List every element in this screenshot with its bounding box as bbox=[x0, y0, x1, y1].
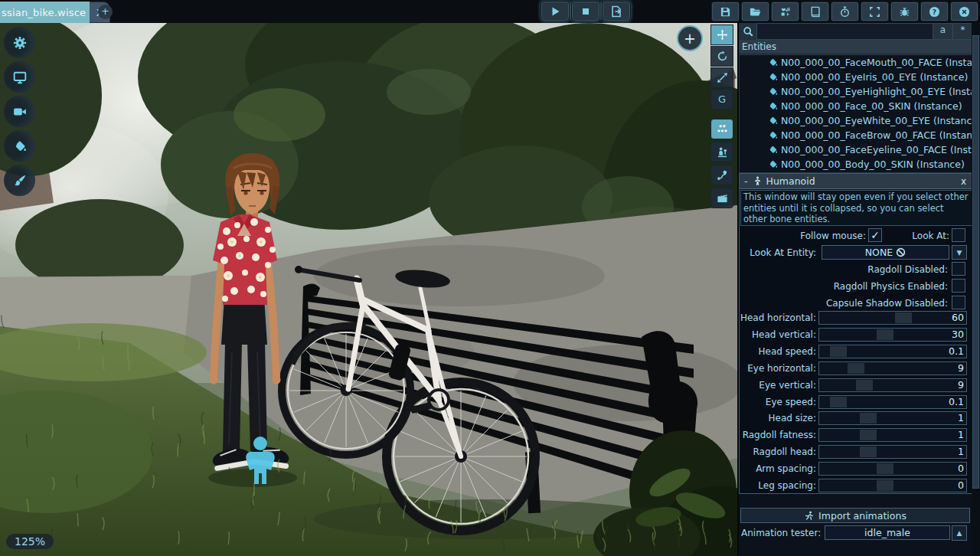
new-tab-button[interactable]: + bbox=[98, 5, 113, 19]
toggle-checkbox[interactable] bbox=[952, 262, 965, 276]
entity-list-item[interactable]: N00_000_00_FaceEyeline_00_FACE (Instance… bbox=[740, 142, 972, 157]
main-toolbar: ? bbox=[711, 2, 978, 21]
slider-thumb[interactable] bbox=[830, 397, 847, 407]
local-global-toggle-button[interactable]: G bbox=[710, 89, 733, 110]
play-button[interactable] bbox=[541, 1, 570, 22]
slider-track[interactable]: 0.1 bbox=[818, 345, 967, 358]
look-at-entity-dropdown-arrow[interactable]: ▼ bbox=[952, 245, 967, 260]
slider-label: Arm spacing: bbox=[740, 461, 816, 476]
display-button[interactable] bbox=[4, 61, 35, 93]
humanoid-close-button[interactable]: x bbox=[961, 176, 966, 187]
video-camera-icon bbox=[13, 105, 27, 119]
slider-thumb[interactable] bbox=[860, 446, 877, 457]
entity-search-input[interactable] bbox=[756, 23, 933, 40]
humanoid-window-header[interactable]: - Humanoid x bbox=[740, 174, 972, 189]
slider-track[interactable]: 1 bbox=[818, 445, 967, 459]
follow-mouse-checkbox[interactable]: ✓ bbox=[868, 228, 882, 242]
panel-scrollbar-thumb[interactable] bbox=[972, 35, 979, 489]
match-case-button[interactable]: a bbox=[933, 23, 953, 40]
waypoint-route-button[interactable] bbox=[710, 165, 733, 185]
slider-track[interactable]: 1 bbox=[818, 411, 967, 425]
entities-section-header[interactable]: Entities bbox=[739, 40, 973, 54]
slider-label: Ragdoll fatness: bbox=[740, 427, 816, 443]
slider-track[interactable]: 1 bbox=[818, 428, 967, 442]
gizmo-toolbar: G bbox=[710, 25, 733, 211]
viewport-3d[interactable]: + G 125% bbox=[0, 23, 737, 556]
viewport-add-button[interactable]: + bbox=[677, 25, 703, 51]
paint-bucket-icon bbox=[768, 57, 778, 67]
slider-value: 9 bbox=[958, 379, 964, 391]
paint-bucket-button[interactable] bbox=[4, 130, 35, 162]
toggle-checkbox[interactable] bbox=[952, 279, 965, 293]
slider-thumb[interactable] bbox=[860, 430, 877, 440]
animation-tester-dropdown-arrow[interactable]: ▲ bbox=[952, 525, 967, 541]
wildcard-button[interactable]: * bbox=[953, 23, 973, 40]
toggle-checkbox[interactable] bbox=[952, 296, 965, 309]
display-icon bbox=[13, 70, 27, 84]
settings-gear-button[interactable] bbox=[4, 27, 35, 58]
slider-thumb[interactable] bbox=[877, 480, 893, 491]
animation-tester-dropdown[interactable]: idle_male bbox=[825, 525, 950, 540]
debug-icon bbox=[899, 6, 910, 18]
look-at-checkbox[interactable] bbox=[952, 228, 965, 242]
export-scene-button[interactable] bbox=[602, 1, 631, 22]
debug-button[interactable] bbox=[890, 2, 919, 21]
import-animations-button[interactable]: Import animations bbox=[740, 508, 970, 523]
close-app-button[interactable] bbox=[950, 2, 978, 21]
slider-track[interactable]: 9 bbox=[818, 378, 967, 392]
timer-button[interactable] bbox=[831, 2, 859, 21]
slider-thumb[interactable] bbox=[860, 413, 877, 424]
slider-track[interactable]: 0.1 bbox=[818, 395, 967, 409]
cinematic-clapper-button[interactable] bbox=[710, 188, 733, 208]
slider-thumb[interactable] bbox=[830, 346, 847, 357]
slider-track[interactable]: 30 bbox=[818, 328, 967, 342]
collapse-button[interactable]: - bbox=[744, 175, 748, 187]
move-tool-button[interactable] bbox=[710, 25, 733, 45]
slider-thumb[interactable] bbox=[895, 312, 912, 323]
scene-tab-title[interactable]: ssian_bike.wisce bbox=[0, 2, 90, 23]
entity-list-item[interactable]: N00_000_00_EyeWhite_00_EYE (Instance) bbox=[740, 113, 972, 128]
stop-button[interactable] bbox=[571, 1, 600, 22]
entity-label: N00_000_00_EyeWhite_00_EYE (Instance) bbox=[781, 115, 972, 126]
slider-thumb[interactable] bbox=[877, 329, 893, 340]
bones-mode-button[interactable] bbox=[710, 119, 733, 139]
slider-track[interactable]: 9 bbox=[818, 361, 967, 375]
rotate-tool-button[interactable] bbox=[710, 46, 733, 67]
scene-tab[interactable]: ssian_bike.wisce X bbox=[0, 2, 110, 23]
entity-list-item[interactable]: N00_000_00_Face_00_SKIN (Instance) bbox=[740, 99, 972, 113]
save-button[interactable] bbox=[711, 2, 740, 21]
entity-list-item[interactable]: N00_000_00_FaceBrow_00_FACE (Instance) bbox=[740, 128, 972, 142]
entity-list-item[interactable]: N00_000_00_EyeHighlight_00_EYE (Instance… bbox=[740, 84, 972, 99]
slider-row: Leg spacing:0 bbox=[740, 478, 974, 494]
paint-bucket-icon bbox=[768, 116, 778, 126]
slider-track[interactable]: 0 bbox=[818, 479, 967, 492]
asset-library-button[interactable] bbox=[771, 2, 799, 21]
entity-list-item[interactable]: N00_000_00_EyeIris_00_EYE (Instance) bbox=[740, 70, 972, 84]
entity-list-item[interactable]: N00_000_00_FaceMouth_00_FACE (Instance) bbox=[740, 55, 972, 70]
asset-library-icon bbox=[779, 6, 791, 18]
panel-scrollbar[interactable] bbox=[972, 23, 980, 556]
paint-brush-button[interactable] bbox=[4, 165, 35, 196]
open-folder-button[interactable] bbox=[741, 2, 769, 21]
slider-track[interactable]: 0 bbox=[818, 462, 967, 476]
fullscreen-button[interactable] bbox=[861, 2, 889, 21]
entity-list-item[interactable]: N00_000_00_Body_00_SKIN (Instance) bbox=[740, 157, 972, 172]
slider-label: Eye speed: bbox=[740, 394, 816, 410]
slider-thumb[interactable] bbox=[848, 363, 864, 374]
video-camera-button[interactable] bbox=[4, 96, 35, 127]
scale-tool-button[interactable] bbox=[710, 67, 733, 88]
spawn-point-button[interactable] bbox=[710, 142, 733, 162]
slider-thumb[interactable] bbox=[877, 463, 893, 474]
help-button[interactable]: ? bbox=[920, 2, 949, 21]
waypoint-route-icon bbox=[717, 169, 728, 181]
slider-thumb[interactable] bbox=[856, 380, 873, 391]
slider-track[interactable]: 60 bbox=[818, 311, 967, 325]
animation-tester-label: Animation tester: bbox=[741, 525, 821, 541]
look-at-entity-dropdown[interactable]: NONE bbox=[822, 245, 949, 260]
slider-value: 0 bbox=[958, 463, 964, 475]
toggle-row: Capsule Shadow Disabled: bbox=[740, 295, 974, 311]
slider-value: 60 bbox=[952, 312, 964, 324]
search-icon[interactable] bbox=[739, 23, 756, 40]
manual-button[interactable] bbox=[801, 2, 829, 21]
paint-bucket-icon bbox=[768, 145, 778, 155]
